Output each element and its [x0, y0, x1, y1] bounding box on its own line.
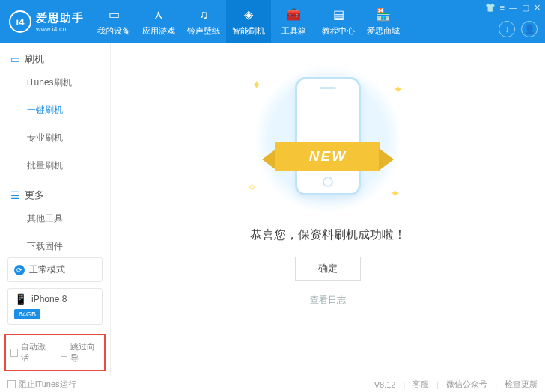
version-label: V8.12 [374, 380, 396, 389]
maximize-icon[interactable]: ▢ [522, 3, 529, 13]
user-button[interactable]: 👤 [521, 21, 538, 37]
block-itunes-checkbox[interactable]: 阻止iTunes运行 [7, 379, 76, 390]
phone-icon: 📱 [14, 293, 27, 305]
ring-icon: ♫ [196, 7, 211, 22]
sidebar-item[interactable]: 一键刷机 [0, 97, 110, 124]
app-logo: i4 爱思助手 www.i4.cn [0, 10, 91, 33]
logo-subtitle: www.i4.cn [36, 25, 84, 33]
download-button[interactable]: ↓ [499, 21, 515, 37]
more-icon: ☰ [10, 189, 20, 201]
close-icon[interactable]: ✕ [534, 3, 541, 13]
mode-label: 正常模式 [29, 263, 65, 276]
sidebar-item[interactable]: 批量刷机 [0, 152, 110, 180]
tab-toolbox[interactable]: 🧰工具箱 [271, 0, 316, 43]
logo-title: 爱思助手 [36, 11, 84, 25]
tab-apps[interactable]: ⋏应用游戏 [136, 0, 181, 43]
tab-store[interactable]: 🏪爱思商城 [361, 0, 406, 43]
tshirt-icon[interactable]: 👕 [485, 3, 496, 13]
store-icon: 🏪 [376, 7, 391, 22]
status-bar: 阻止iTunes运行 V8.12 | 客服 | 微信公众号 | 检查更新 [0, 376, 545, 392]
main-panel: ✦✦✧✦ NEW 恭喜您，保资料刷机成功啦！ 确定 查看日志 [111, 43, 545, 376]
toolbox-icon: 🧰 [286, 7, 301, 22]
window-controls: 👕 ≡ — ▢ ✕ [485, 3, 541, 13]
phone-icon: ▭ [106, 7, 121, 22]
apps-icon: ⋏ [151, 7, 166, 22]
footer-link-support[interactable]: 客服 [412, 379, 429, 390]
phone-icon: ▭ [10, 53, 20, 65]
sidebar-section: ☰更多 [0, 180, 110, 205]
footer-link-update[interactable]: 检查更新 [505, 379, 538, 390]
auto-activate-checkbox[interactable]: 自动激活 [10, 341, 50, 364]
sidebar-section: ▭刷机 [0, 43, 110, 69]
sidebar-item[interactable]: 其他工具 [0, 205, 110, 233]
logo-mark: i4 [9, 10, 31, 33]
device-name: iPhone 8 [31, 294, 67, 304]
tab-flash[interactable]: ◈智能刷机 [226, 0, 271, 43]
view-log-link[interactable]: 查看日志 [310, 294, 346, 307]
flash-icon: ◈ [241, 7, 256, 22]
device-card[interactable]: 📱 iPhone 8 64GB [7, 288, 103, 325]
success-illustration: ✦✦✧✦ NEW [246, 75, 410, 209]
book-icon: ▤ [331, 7, 346, 22]
ok-button[interactable]: 确定 [295, 257, 361, 281]
app-header: i4 爱思助手 www.i4.cn ▭我的设备⋏应用游戏♫铃声壁纸◈智能刷机🧰工… [0, 0, 545, 43]
menu-icon[interactable]: ≡ [500, 3, 505, 13]
sidebar: ▭刷机iTunes刷机一键刷机专业刷机批量刷机☰更多其他工具下载固件高级功能 ⟳… [0, 43, 111, 376]
success-message: 恭喜您，保资料刷机成功啦！ [250, 227, 406, 243]
minimize-icon[interactable]: — [509, 3, 517, 13]
checks-highlight: 自动激活 跳过向导 [4, 334, 106, 371]
header-right: ↓ 👤 [499, 21, 538, 37]
tab-book[interactable]: ▤教程中心 [316, 0, 361, 43]
tab-phone[interactable]: ▭我的设备 [91, 0, 136, 43]
tab-ring[interactable]: ♫铃声壁纸 [181, 0, 226, 43]
skip-wizard-checkbox[interactable]: 跳过向导 [61, 341, 100, 364]
sidebar-item[interactable]: iTunes刷机 [0, 69, 110, 97]
sidebar-item[interactable]: 专业刷机 [0, 124, 110, 152]
refresh-icon: ⟳ [14, 265, 25, 275]
ribbon-text: NEW [275, 142, 380, 171]
main-tabs: ▭我的设备⋏应用游戏♫铃声壁纸◈智能刷机🧰工具箱▤教程中心🏪爱思商城 [91, 0, 406, 43]
mode-indicator[interactable]: ⟳ 正常模式 [7, 257, 103, 282]
storage-badge: 64GB [14, 309, 40, 319]
sidebar-item[interactable]: 下载固件 [0, 233, 110, 254]
footer-link-wechat[interactable]: 微信公众号 [446, 379, 487, 390]
